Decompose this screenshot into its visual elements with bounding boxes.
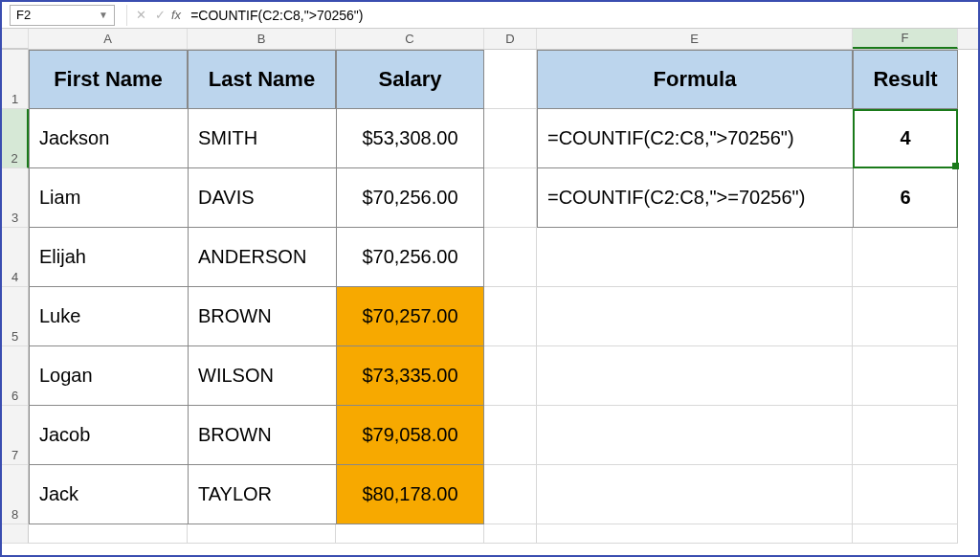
cell-last-name[interactable]: BROWN <box>188 287 336 346</box>
cell-f6[interactable] <box>853 346 958 406</box>
formula-bar: F2 ▼ ✕ ✓ fx <box>2 2 978 29</box>
cell-formula[interactable]: =COUNTIF(C2:C8,">70256") <box>537 109 853 168</box>
row-header[interactable]: 5 <box>2 287 29 346</box>
cell-last-name[interactable]: SMITH <box>188 109 336 168</box>
cell-d6[interactable] <box>484 346 537 406</box>
col-header-e[interactable]: E <box>537 29 853 49</box>
cancel-icon[interactable]: ✕ <box>131 8 150 22</box>
table-row: 5 Luke BROWN $70,257.00 <box>2 287 978 346</box>
cell-salary[interactable]: $80,178.00 <box>336 465 484 524</box>
cell-first-name[interactable]: Luke <box>29 287 188 346</box>
enter-icon[interactable]: ✓ <box>150 8 169 22</box>
cell[interactable] <box>188 524 336 544</box>
row-header[interactable]: 8 <box>2 465 29 524</box>
cell-last-name[interactable]: BROWN <box>188 406 336 465</box>
cell-e4[interactable] <box>537 228 853 287</box>
cell-e5[interactable] <box>537 287 853 346</box>
divider <box>126 5 127 26</box>
cell-first-name[interactable]: Elijah <box>29 228 188 287</box>
cell[interactable] <box>853 524 958 544</box>
cell-d7[interactable] <box>484 406 537 465</box>
row-header[interactable] <box>2 524 29 544</box>
cell-result[interactable]: 6 <box>853 168 958 228</box>
cell-first-name[interactable]: Jacob <box>29 406 188 465</box>
header-first-name[interactable]: First Name <box>29 50 188 109</box>
cell-salary[interactable]: $53,308.00 <box>336 109 484 168</box>
table-row: 7 Jacob BROWN $79,058.00 <box>2 406 978 465</box>
row-header[interactable]: 7 <box>2 406 29 465</box>
formula-input[interactable] <box>187 5 978 26</box>
cell-f7[interactable] <box>853 406 958 465</box>
cell[interactable] <box>484 524 537 544</box>
cell-first-name[interactable]: Jackson <box>29 109 188 168</box>
cell-last-name[interactable]: WILSON <box>188 346 336 406</box>
cell-formula[interactable]: =COUNTIF(C2:C8,">=70256") <box>537 168 853 228</box>
cell-salary[interactable]: $70,256.00 <box>336 228 484 287</box>
table-row: 4 Elijah ANDERSON $70,256.00 <box>2 228 978 287</box>
cell-d1[interactable] <box>484 50 537 109</box>
col-header-b[interactable]: B <box>188 29 336 49</box>
cell-first-name[interactable]: Logan <box>29 346 188 406</box>
cell-last-name[interactable]: TAYLOR <box>188 465 336 524</box>
select-all-corner[interactable] <box>2 29 29 49</box>
cell[interactable] <box>336 524 484 544</box>
cell-f4[interactable] <box>853 228 958 287</box>
header-last-name[interactable]: Last Name <box>188 50 336 109</box>
cell-salary[interactable]: $79,058.00 <box>336 406 484 465</box>
cell-f8[interactable] <box>853 465 958 524</box>
col-header-d[interactable]: D <box>484 29 537 49</box>
row-header[interactable]: 6 <box>2 346 29 406</box>
col-header-f[interactable]: F <box>853 29 958 49</box>
cell-salary[interactable]: $70,256.00 <box>336 168 484 228</box>
cell-first-name[interactable]: Liam <box>29 168 188 228</box>
chevron-down-icon[interactable]: ▼ <box>99 10 108 20</box>
row-header[interactable]: 3 <box>2 168 29 228</box>
table-row: 8 Jack TAYLOR $80,178.00 <box>2 465 978 524</box>
table-row <box>2 524 978 544</box>
table-row: 3 Liam DAVIS $70,256.00 =COUNTIF(C2:C8,"… <box>2 168 978 228</box>
header-formula[interactable]: Formula <box>537 50 853 109</box>
table-row: 2 Jackson SMITH $53,308.00 =COUNTIF(C2:C… <box>2 109 978 168</box>
row-header[interactable]: 1 <box>2 50 29 109</box>
cell[interactable] <box>537 524 853 544</box>
cell-d5[interactable] <box>484 287 537 346</box>
col-header-a[interactable]: A <box>29 29 188 49</box>
col-header-c[interactable]: C <box>336 29 484 49</box>
cell[interactable] <box>29 524 188 544</box>
table-row: 1 First Name Last Name Salary Formula Re… <box>2 50 978 109</box>
header-salary[interactable]: Salary <box>336 50 484 109</box>
name-box[interactable]: F2 ▼ <box>10 5 115 26</box>
fx-icon[interactable]: fx <box>171 8 181 22</box>
row-header[interactable]: 2 <box>2 109 29 168</box>
row-header[interactable]: 4 <box>2 228 29 287</box>
rows-container: 1 First Name Last Name Salary Formula Re… <box>2 50 978 544</box>
column-headers: A B C D E F <box>2 29 978 50</box>
cell-e6[interactable] <box>537 346 853 406</box>
cell-result[interactable]: 4 <box>853 109 958 168</box>
cell-last-name[interactable]: ANDERSON <box>188 228 336 287</box>
cell-salary[interactable]: $73,335.00 <box>336 346 484 406</box>
cell-d2[interactable] <box>484 109 537 168</box>
cell-d3[interactable] <box>484 168 537 228</box>
cell-d4[interactable] <box>484 228 537 287</box>
cell-d8[interactable] <box>484 465 537 524</box>
table-row: 6 Logan WILSON $73,335.00 <box>2 346 978 406</box>
name-box-value: F2 <box>16 8 31 22</box>
cell-f5[interactable] <box>853 287 958 346</box>
cell-first-name[interactable]: Jack <box>29 465 188 524</box>
cell-e7[interactable] <box>537 406 853 465</box>
cell-salary[interactable]: $70,257.00 <box>336 287 484 346</box>
cell-last-name[interactable]: DAVIS <box>188 168 336 228</box>
cell-e8[interactable] <box>537 465 853 524</box>
spreadsheet-grid[interactable]: A B C D E F 1 First Name Last Name Salar… <box>2 29 978 555</box>
header-result[interactable]: Result <box>853 50 958 109</box>
